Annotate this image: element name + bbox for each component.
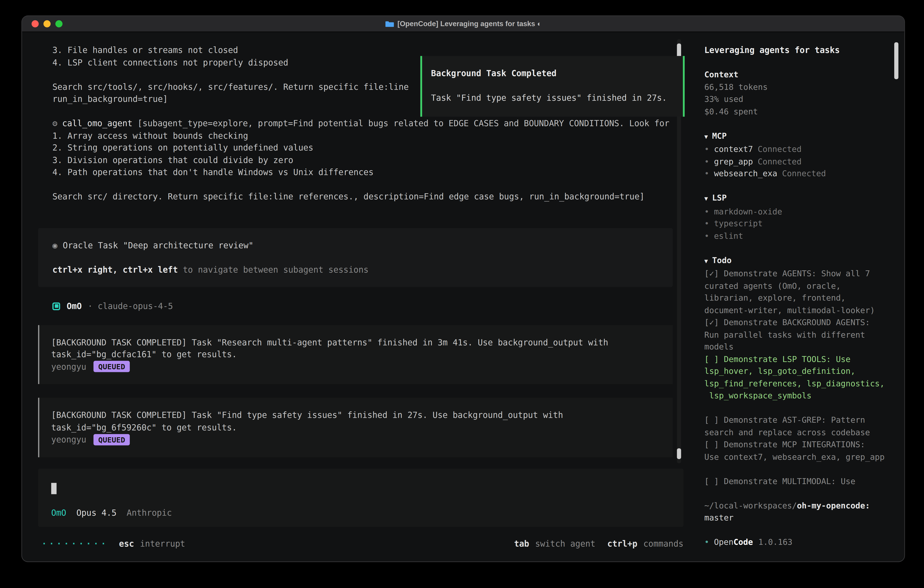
todo-item: [✓] Demonstrate BACKGROUND AGENTS: Run p… bbox=[705, 316, 890, 353]
agent-checkbox-icon bbox=[52, 302, 60, 310]
lsp-item: •markdown-oxide bbox=[705, 205, 890, 217]
close-button[interactable] bbox=[31, 20, 39, 27]
context-section: Context 66,518 tokens 33% used $0.46 spe… bbox=[705, 68, 890, 117]
tool-call-line: ⚙call_omo_agent [subagent_type=explore, … bbox=[52, 117, 683, 130]
message-author: yeongyu bbox=[51, 433, 86, 446]
tool-output-text: 1. Array access without bounds checking … bbox=[52, 130, 683, 203]
oracle-task-row: ◉Oracle Task "Deep architecture review" bbox=[52, 239, 658, 251]
agent-model: · claude-opus-4-5 bbox=[88, 300, 173, 312]
message-author: yeongyu bbox=[51, 361, 86, 373]
tool-name: call_omo_agent bbox=[62, 119, 132, 128]
todo-section: ▼Todo [✓] Demonstrate AGENTS: Show all 7… bbox=[705, 254, 890, 487]
esc-hint: esc interrupt bbox=[119, 537, 185, 550]
window-titlebar: [OpenCode] Leveraging agents for tasks ◐ bbox=[22, 16, 904, 32]
session-title: Leveraging agents for tasks bbox=[705, 44, 890, 56]
background-task-message: [BACKGROUND TASK COMPLETED] Task "Resear… bbox=[38, 325, 673, 384]
workspace-repo: oh-my-opencode: bbox=[797, 500, 870, 510]
mcp-heading: MCP bbox=[712, 131, 727, 140]
session-sidebar: Leveraging agents for tasks Context 66,5… bbox=[695, 32, 904, 562]
input-model-name: Opus 4.5 bbox=[76, 507, 117, 519]
lsp-heading: LSP bbox=[712, 193, 727, 202]
lsp-item: •eslint bbox=[705, 230, 890, 242]
lsp-name: typescript bbox=[714, 218, 762, 228]
prompt-input[interactable]: OmO Opus 4.5 Anthropic bbox=[38, 468, 684, 527]
background-task-toast: Background Task Completed Task "Find typ… bbox=[421, 56, 685, 117]
commands-hint: ctrl+p commands bbox=[607, 537, 683, 550]
app-version: 1.0.163 bbox=[758, 536, 792, 548]
bullet-icon: • bbox=[705, 206, 709, 216]
shortcut-description: to navigate between subagent sessions bbox=[178, 265, 368, 274]
bullet-icon: • bbox=[705, 218, 709, 228]
message-meta-row: yeongyu QUEUED bbox=[51, 361, 661, 373]
bullet-icon: • bbox=[705, 144, 709, 154]
context-tokens: 66,518 tokens bbox=[705, 81, 890, 93]
shortcut-hint-row: ctrl+x right, ctrl+x left to navigate be… bbox=[52, 264, 658, 276]
queued-badge: QUEUED bbox=[94, 361, 130, 372]
bullet-icon: • bbox=[705, 536, 709, 548]
mcp-section: ▼MCP •context7Connected •grep_appConnect… bbox=[705, 130, 890, 180]
text-cursor bbox=[51, 482, 57, 494]
message-text: [BACKGROUND TASK COMPLETED] Task "Find t… bbox=[51, 409, 661, 433]
mcp-name: grep_app bbox=[714, 156, 753, 166]
mcp-heading-row[interactable]: ▼MCP bbox=[705, 130, 890, 143]
minimize-button[interactable] bbox=[43, 20, 51, 27]
message-meta-row: yeongyu QUEUED bbox=[51, 433, 661, 446]
workspace-path-prefix: ~/local-workspaces/ bbox=[705, 500, 797, 510]
tab-hint: tab switch agent bbox=[514, 537, 595, 550]
zoom-button[interactable] bbox=[56, 20, 63, 27]
oracle-task-title: Oracle Task "Deep architecture review" bbox=[63, 240, 254, 250]
context-used: 33% used bbox=[705, 93, 890, 105]
gear-icon: ⚙ bbox=[52, 119, 57, 128]
esc-key: esc bbox=[119, 537, 134, 550]
interrupt-label: interrupt bbox=[140, 537, 185, 550]
todo-item: [ ] Demonstrate MCP INTEGRATIONS: Use co… bbox=[705, 438, 890, 462]
input-model-row: OmO Opus 4.5 Anthropic bbox=[51, 507, 172, 519]
app-name-bold: Code bbox=[733, 536, 753, 548]
bullet-icon: • bbox=[705, 156, 709, 166]
queued-badge: QUEUED bbox=[94, 434, 130, 445]
background-task-message: [BACKGROUND TASK COMPLETED] Task "Find t… bbox=[38, 398, 673, 457]
traffic-lights bbox=[31, 20, 63, 27]
context-heading-row: Context bbox=[705, 68, 890, 81]
sidebar-scrollbar-thumb[interactable] bbox=[894, 42, 898, 79]
bullet-icon: • bbox=[705, 168, 709, 178]
lsp-item: •typescript bbox=[705, 217, 890, 230]
lsp-heading-row[interactable]: ▼LSP bbox=[705, 192, 890, 205]
tool-args: [subagent_type=explore, prompt=Find pote… bbox=[137, 119, 670, 128]
message-text: [BACKGROUND TASK COMPLETED] Task "Resear… bbox=[51, 336, 661, 360]
keyboard-hints: tab switch agent ctrl+p commands bbox=[514, 537, 683, 550]
oracle-task-panel: ◉Oracle Task "Deep architecture review" … bbox=[38, 228, 673, 287]
todo-heading-row[interactable]: ▼Todo bbox=[705, 254, 890, 268]
app-name-regular: Open bbox=[714, 536, 733, 548]
spinner-dots: ········· bbox=[41, 537, 108, 550]
window-content: 3. File handles or streams not closed 4.… bbox=[22, 32, 904, 562]
toast-body: Task "Find type safety issues" finished … bbox=[431, 92, 674, 104]
window-title: [OpenCode] Leveraging agents for tasks ◐ bbox=[385, 20, 541, 28]
folder-icon bbox=[385, 20, 394, 27]
mcp-name: context7 bbox=[714, 144, 753, 154]
conversation-pane: 3. File handles or streams not closed 4.… bbox=[22, 32, 695, 562]
agent-name: OmO bbox=[67, 300, 82, 312]
shortcut-keys: ctrl+x right, ctrl+x left bbox=[52, 265, 178, 274]
context-heading: Context bbox=[705, 69, 739, 79]
todo-heading: Todo bbox=[712, 255, 732, 265]
app-version-footer: •OpenCode1.0.163 bbox=[705, 536, 890, 548]
mcp-status: Connected bbox=[758, 156, 802, 166]
mcp-status: Connected bbox=[758, 144, 802, 154]
context-spent: $0.46 spent bbox=[705, 105, 890, 117]
chevron-down-icon: ▼ bbox=[705, 195, 708, 202]
todo-item: [✓] Demonstrate AGENTS: Show all 7 curat… bbox=[705, 268, 890, 316]
mcp-status: Connected bbox=[782, 168, 826, 178]
message-scrollbar-thumb[interactable] bbox=[677, 448, 681, 459]
todo-item: [ ] Demonstrate MULTIMODAL: Use bbox=[705, 475, 890, 487]
terminal-window: [OpenCode] Leveraging agents for tasks ◐… bbox=[22, 16, 904, 562]
mcp-item: •context7Connected bbox=[705, 143, 890, 155]
workspace-path: ~/local-workspaces/oh-my-opencode: bbox=[705, 499, 890, 512]
fisheye-icon: ◉ bbox=[52, 240, 57, 250]
chevron-down-icon: ▼ bbox=[705, 133, 708, 140]
workspace-branch: master bbox=[705, 511, 890, 524]
todo-item: [ ] Demonstrate LSP TOOLS: Use lsp_hover… bbox=[705, 353, 890, 401]
lsp-name: markdown-oxide bbox=[714, 206, 782, 216]
mcp-item: •grep_appConnected bbox=[705, 155, 890, 167]
desktop: [OpenCode] Leveraging agents for tasks ◐… bbox=[0, 0, 924, 588]
